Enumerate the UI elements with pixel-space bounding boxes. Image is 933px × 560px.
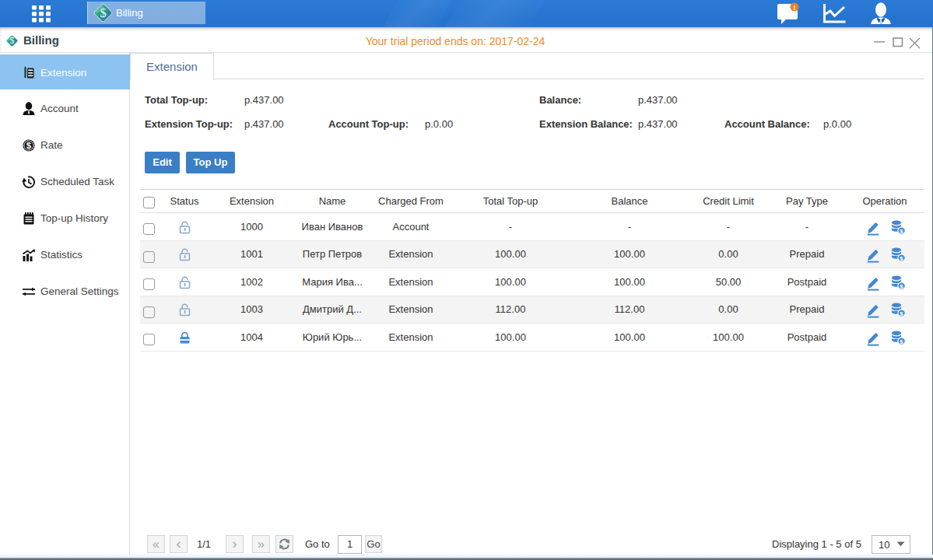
- svg-text:!: !: [794, 4, 796, 12]
- svg-text:$: $: [100, 5, 106, 20]
- svg-text:$: $: [26, 141, 32, 150]
